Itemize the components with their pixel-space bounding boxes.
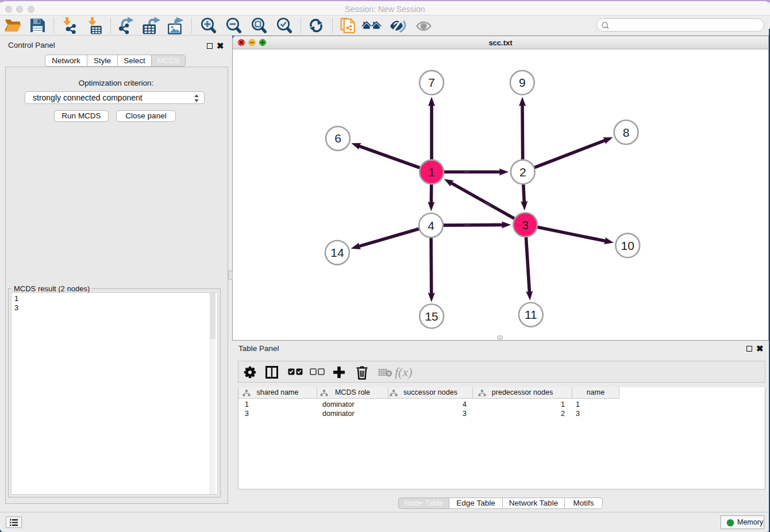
svg-text:10: 10	[621, 239, 634, 252]
svg-text:7: 7	[428, 76, 435, 89]
svg-text:11: 11	[525, 308, 537, 321]
svg-text:2: 2	[519, 165, 526, 179]
svg-text:8: 8	[623, 126, 630, 139]
svg-text:15: 15	[425, 310, 438, 323]
svg-text:14: 14	[330, 246, 344, 259]
svg-text:9: 9	[519, 76, 526, 89]
svg-text:1: 1	[428, 165, 435, 179]
svg-text:3: 3	[522, 218, 529, 232]
svg-text:4: 4	[428, 219, 434, 232]
svg-text:6: 6	[334, 132, 341, 145]
